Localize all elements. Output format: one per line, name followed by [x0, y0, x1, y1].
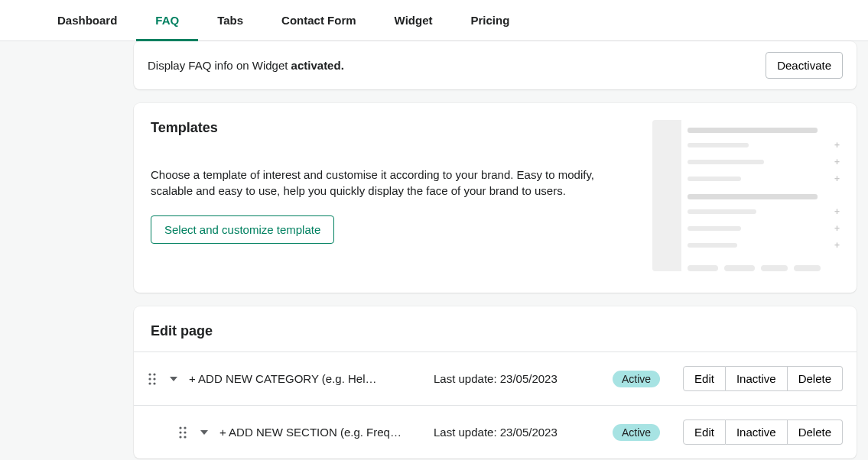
- activation-card: Display FAQ info on Widget activated. De…: [134, 41, 857, 89]
- activation-state: activated.: [291, 59, 344, 72]
- delete-button[interactable]: Delete: [788, 420, 843, 445]
- edit-button[interactable]: Edit: [683, 420, 726, 445]
- svg-point-8: [179, 431, 181, 433]
- row-title[interactable]: + ADD NEW SECTION (e.g. Freq…: [219, 426, 434, 439]
- templates-card: Templates Choose a template of interest …: [134, 103, 857, 293]
- category-row: + ADD NEW CATEGORY (e.g. Hel… Last updat…: [134, 351, 857, 405]
- row-actions: Edit Inactive Delete: [683, 366, 843, 391]
- svg-point-5: [153, 382, 155, 384]
- templates-heading: Templates: [151, 120, 610, 136]
- edit-page-card: Edit page + ADD NEW CATEGORY (e.g. Hel… …: [134, 306, 857, 458]
- svg-point-3: [153, 377, 155, 380]
- edit-button[interactable]: Edit: [683, 366, 726, 391]
- row-title[interactable]: + ADD NEW CATEGORY (e.g. Hel…: [189, 372, 434, 385]
- status-badge: Active: [613, 371, 660, 387]
- svg-point-11: [184, 436, 186, 438]
- activation-text: Display FAQ info on Widget activated.: [148, 59, 344, 72]
- templates-description: Choose a template of interest and custom…: [151, 167, 610, 199]
- svg-point-10: [179, 436, 181, 438]
- inactive-button[interactable]: Inactive: [726, 420, 788, 445]
- status-badge: Active: [613, 424, 660, 441]
- drag-handle-icon[interactable]: [148, 372, 157, 386]
- tab-faq[interactable]: FAQ: [136, 0, 198, 40]
- section-row: + ADD NEW SECTION (e.g. Freq… Last updat…: [134, 405, 857, 458]
- row-last-update: Last update: 23/05/2023: [434, 372, 613, 385]
- inactive-button[interactable]: Inactive: [726, 366, 788, 391]
- svg-point-6: [179, 426, 181, 429]
- delete-button[interactable]: Delete: [788, 366, 843, 391]
- svg-point-7: [184, 426, 186, 429]
- svg-point-9: [184, 431, 186, 433]
- template-preview: + + + + + +: [652, 120, 840, 271]
- tab-contact-form[interactable]: Contact Form: [262, 0, 375, 40]
- activation-prefix: Display FAQ info on Widget: [148, 59, 291, 72]
- collapse-toggle-icon[interactable]: [169, 374, 178, 384]
- select-template-button[interactable]: Select and customize template: [151, 215, 334, 244]
- svg-point-1: [153, 373, 155, 375]
- row-last-update: Last update: 23/05/2023: [434, 426, 613, 439]
- svg-point-0: [148, 373, 151, 375]
- svg-point-2: [148, 377, 151, 380]
- deactivate-button[interactable]: Deactivate: [766, 52, 843, 79]
- collapse-toggle-icon[interactable]: [200, 428, 209, 437]
- tab-tabs[interactable]: Tabs: [198, 0, 262, 40]
- tab-dashboard[interactable]: Dashboard: [38, 0, 136, 40]
- top-tabbar: Dashboard FAQ Tabs Contact Form Widget P…: [0, 0, 868, 41]
- tab-pricing[interactable]: Pricing: [451, 0, 528, 40]
- edit-page-heading: Edit page: [151, 323, 840, 339]
- svg-point-4: [148, 382, 151, 384]
- tab-widget[interactable]: Widget: [375, 0, 452, 40]
- row-actions: Edit Inactive Delete: [683, 420, 843, 445]
- drag-handle-icon[interactable]: [178, 426, 187, 439]
